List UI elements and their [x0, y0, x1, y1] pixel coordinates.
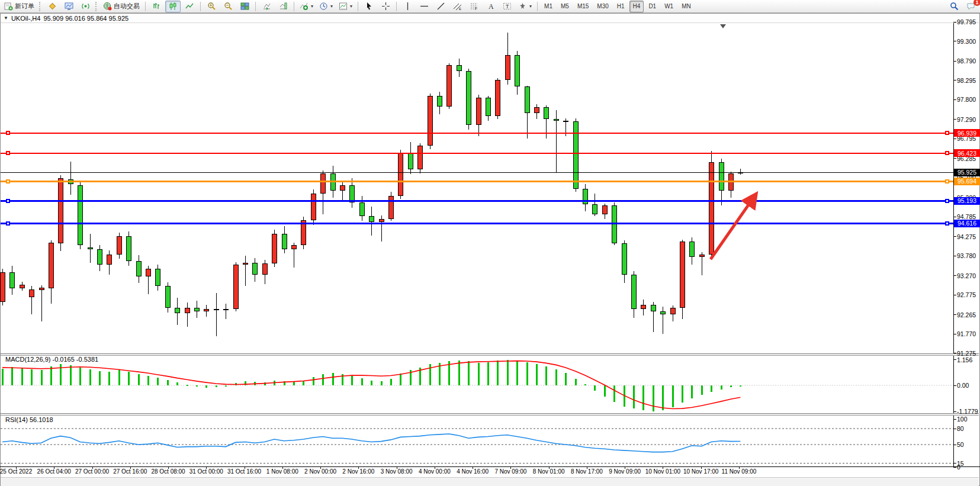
price-axis-label: 98.295 [957, 77, 976, 84]
price-axis-label: 99.795 [957, 18, 976, 25]
macd-histogram-bar [575, 379, 577, 385]
macd-histogram-bar [624, 385, 625, 407]
price-axis-label: 92.775 [957, 291, 976, 298]
rsi-pane-separator[interactable] [1, 413, 979, 416]
candle [466, 71, 471, 125]
price-axis-tick [953, 217, 956, 217]
hline-marker-support-2[interactable] [6, 221, 10, 226]
rsi-axis-label: 100 [957, 416, 968, 423]
time-axis-label: 10 Nov 01:00 [645, 468, 681, 475]
price-axis-tick [953, 334, 956, 334]
candle [272, 234, 277, 264]
hline-marker-support-1[interactable] [6, 199, 10, 203]
time-axis-label: 10 Nov 17:00 [683, 468, 719, 475]
chart-shift-marker[interactable] [720, 24, 726, 28]
candle-wick [226, 304, 226, 319]
macd-histogram-bar [633, 385, 635, 408]
price-axis-tick [953, 236, 956, 237]
macd-histogram-bar [594, 385, 596, 391]
macd-histogram-bar [167, 380, 169, 385]
price-axis-border [953, 23, 954, 467]
hline-marker-support-2[interactable] [945, 221, 949, 226]
candle [194, 308, 200, 312]
macd-histogram-bar [322, 374, 324, 385]
hline-marker-resistance-1[interactable] [945, 131, 949, 135]
hline-marker-resistance-2[interactable] [945, 151, 949, 155]
macd-histogram-bar [381, 381, 383, 385]
candle [495, 80, 500, 115]
macd-histogram-bar [313, 377, 314, 385]
price-axis-label: 93.270 [957, 272, 976, 279]
macd-histogram-bar [400, 374, 401, 385]
macd-histogram-bar [31, 369, 33, 385]
macd-histogram-bar [448, 361, 450, 385]
macd-histogram-bar [478, 363, 480, 385]
candle-wick [663, 307, 663, 334]
macd-histogram-bar [536, 364, 538, 385]
macd-histogram-bar [458, 361, 460, 385]
macd-histogram-bar [701, 385, 703, 395]
time-axis-label: 4 Nov 16:00 [457, 468, 489, 475]
hline-current-price[interactable] [1, 172, 953, 173]
time-axis-label: 4 Nov 00:00 [419, 468, 451, 475]
time-axis-label: 8 Nov 01:00 [533, 468, 565, 475]
candle [252, 263, 258, 275]
hline-marker-resistance-1[interactable] [6, 131, 10, 135]
candle-wick [216, 293, 217, 336]
candle [359, 202, 365, 216]
hline-support-2[interactable] [1, 223, 953, 224]
candle [525, 86, 530, 113]
macd-histogram-bar [662, 385, 664, 410]
hline-marker-support-1[interactable] [945, 199, 949, 203]
price-axis-tick [953, 22, 956, 22]
price-axis-tick [953, 295, 956, 295]
hline-marker-pivot-orange[interactable] [6, 179, 10, 184]
candle [262, 263, 268, 274]
rsi-axis-label: 50 [957, 441, 964, 448]
price-axis-tick [953, 275, 956, 276]
candle [476, 98, 481, 124]
macd-histogram-bar [118, 370, 120, 385]
macd-histogram-bar [264, 382, 266, 385]
macd-pane-separator[interactable] [1, 353, 979, 356]
hline-support-1[interactable] [1, 200, 953, 202]
macd-histogram-bar [516, 361, 518, 385]
candle [689, 242, 695, 257]
macd-histogram-bar [507, 360, 509, 385]
candle [505, 55, 510, 81]
candle [680, 242, 685, 308]
price-axis-label: 91.770 [957, 330, 976, 337]
time-axis-label: 27 Oct 00:00 [75, 468, 109, 475]
time-axis-label: 2 Nov 00:00 [304, 468, 336, 475]
candle [49, 243, 54, 288]
price-axis-tick [953, 256, 956, 256]
candle [554, 119, 559, 121]
candle [573, 121, 579, 189]
price-badge-resistance-1: 96.939 [954, 129, 980, 137]
candle [97, 249, 102, 265]
macd-histogram-bar [176, 382, 178, 385]
hline-marker-resistance-2[interactable] [6, 151, 10, 155]
hline-marker-pivot-orange[interactable] [945, 179, 949, 184]
macd-histogram-bar [50, 366, 52, 385]
macd-histogram-bar [371, 381, 372, 385]
candle [165, 286, 171, 307]
hline-pivot-orange[interactable] [1, 181, 953, 182]
candle [446, 65, 452, 107]
rsi-axis-tick [953, 463, 956, 464]
price-axis-label: 92.265 [957, 311, 976, 318]
macd-histogram-bar [99, 371, 101, 385]
macd-histogram-bar [682, 385, 683, 403]
macd-histogram-bar [740, 385, 741, 387]
macd-histogram-bar [565, 373, 567, 385]
candle [243, 263, 248, 265]
time-axis-label: 31 Oct 00:00 [189, 468, 223, 475]
candle [340, 185, 345, 191]
rsi-axis-tick [953, 467, 956, 468]
price-axis-label: 98.790 [957, 57, 976, 65]
hline-resistance-1[interactable] [1, 133, 953, 134]
price-axis-tick [953, 80, 956, 81]
hline-resistance-2[interactable] [1, 153, 953, 154]
candle [583, 189, 588, 205]
price-axis-tick [953, 314, 956, 315]
